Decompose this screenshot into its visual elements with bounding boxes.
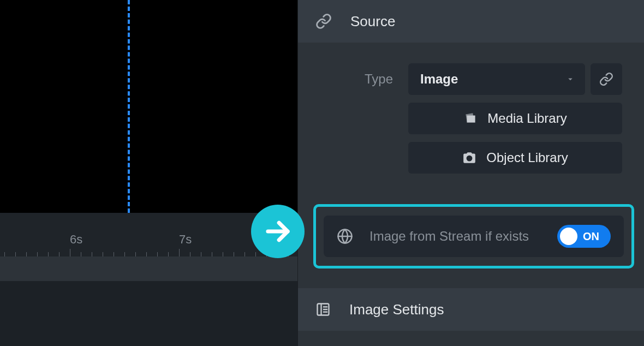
stream-toggle[interactable]: ON [557,225,611,248]
stream-highlight-box: Image from Stream if exists ON [313,204,634,269]
media-library-label: Media Library [487,111,567,126]
media-library-button[interactable]: Media Library [408,103,622,134]
type-link-button[interactable] [591,63,622,95]
type-row: Type Image [313,63,622,95]
image-settings-title: Image Settings [349,301,444,318]
source-section-header[interactable]: Source [298,0,644,43]
timeline-gap [0,256,297,281]
timeline-pane: 6s 7s [0,0,297,346]
type-dropdown[interactable]: Image [408,63,585,95]
globe-icon [337,228,353,244]
type-label: Type [313,71,408,87]
stream-toggle-row: Image from Stream if exists ON [324,216,624,257]
preview-area [0,0,297,213]
image-settings-section-header[interactable]: Image Settings [298,288,644,331]
object-library-button[interactable]: Object Library [408,142,622,174]
settings-panel-icon [315,302,331,317]
arrow-annotation-icon [251,205,305,258]
toggle-knob [560,228,577,245]
tick-label: 6s [70,232,82,247]
properties-pane: Source Type Image Media Library [297,0,644,346]
media-library-row: Media Library [408,103,622,134]
tick-label: 7s [179,232,192,247]
object-library-row: Object Library [408,142,622,174]
camera-plus-icon [462,151,476,165]
type-value: Image [420,71,458,87]
source-title: Source [350,13,395,30]
object-library-label: Object Library [486,150,568,165]
stream-label: Image from Stream if exists [369,229,541,244]
toggle-state-label: ON [583,230,599,243]
playhead[interactable] [128,0,130,213]
media-library-icon [463,111,478,126]
track-area[interactable] [0,281,297,346]
chevron-down-icon [565,74,575,84]
source-content: Type Image Media Library [298,43,644,174]
link-icon [315,13,332,29]
